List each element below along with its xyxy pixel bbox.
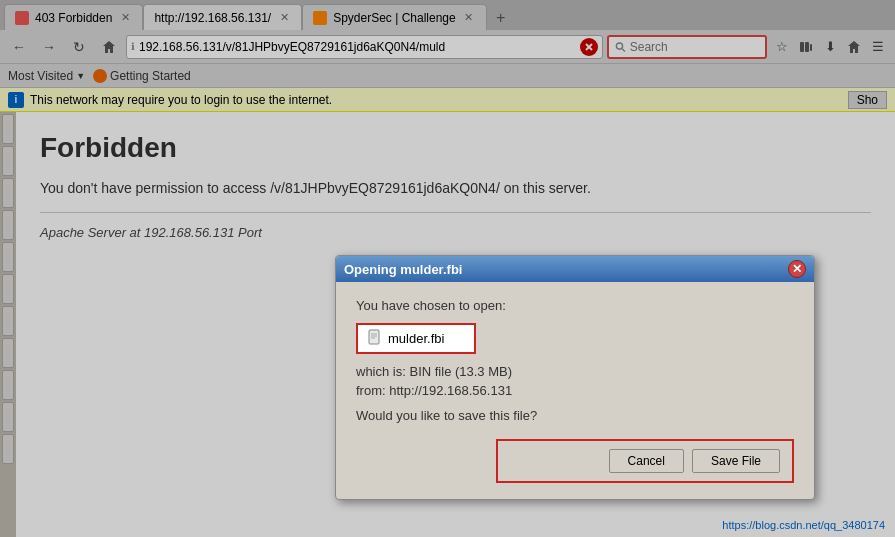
cancel-button[interactable]: Cancel (609, 449, 684, 473)
dialog-overlay: Opening mulder.fbi ✕ You have chosen to … (0, 0, 895, 537)
dialog-titlebar: Opening mulder.fbi ✕ (336, 256, 814, 282)
dialog-title: Opening mulder.fbi (344, 262, 462, 277)
dialog-file-from: from: http://192.168.56.131 (356, 383, 794, 398)
dialog-close-button[interactable]: ✕ (788, 260, 806, 278)
dialog-file-type: which is: BIN file (13.3 MB) (356, 364, 794, 379)
file-icon (368, 329, 382, 348)
file-open-dialog: Opening mulder.fbi ✕ You have chosen to … (335, 255, 815, 500)
dialog-filename-box: mulder.fbi (356, 323, 476, 354)
filename-text: mulder.fbi (388, 331, 444, 346)
dialog-buttons: Cancel Save File (496, 439, 794, 483)
svg-rect-7 (369, 330, 379, 344)
dialog-intro: You have chosen to open: (356, 298, 794, 313)
save-file-button[interactable]: Save File (692, 449, 780, 473)
dialog-question: Would you like to save this file? (356, 408, 794, 423)
dialog-body: You have chosen to open: mulder.fbi whic… (336, 282, 814, 499)
